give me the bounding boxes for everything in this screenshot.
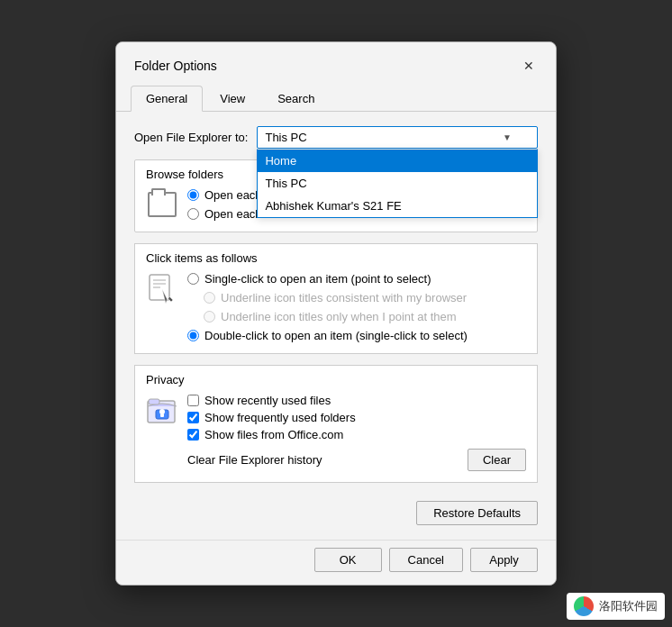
radio-single-click-label: Single-click to open an item (point to s… — [204, 272, 431, 286]
click-items-inner: Single-click to open an item (point to s… — [146, 272, 526, 342]
clear-button[interactable]: Clear — [468, 449, 526, 471]
checkbox-recently-used-label: Show recently used files — [204, 394, 331, 407]
checkbox-recently-used[interactable]: Show recently used files — [187, 394, 526, 407]
dropdown-popup: Home This PC Abhishek Kumar's S21 FE — [257, 149, 538, 218]
watermark: 洛阳软件园 — [567, 593, 665, 620]
close-button[interactable]: ✕ — [516, 53, 541, 78]
svg-rect-9 — [160, 413, 164, 417]
checkbox-frequently-used-input[interactable] — [187, 412, 199, 423]
checkbox-office-files-input[interactable] — [187, 429, 199, 441]
dropdown-item-home[interactable]: Home — [258, 150, 537, 172]
tab-search[interactable]: Search — [262, 86, 330, 112]
click-items-section: Click items as follows Single-click to o… — [134, 243, 538, 354]
click-items-label: Click items as follows — [146, 251, 526, 265]
radio-single-click-input[interactable] — [187, 273, 199, 285]
open-explorer-select-container: This PC ▼ Home This PC Abhishek Kumar's … — [257, 126, 538, 149]
dropdown-current-value: This PC — [265, 131, 503, 144]
radio-underline-point-label: Underline icon titles only when I point … — [221, 310, 457, 323]
svg-rect-6 — [149, 399, 159, 404]
checkbox-recently-used-input[interactable] — [187, 395, 199, 406]
chevron-down-icon: ▼ — [503, 132, 512, 142]
open-explorer-dropdown[interactable]: This PC ▼ — [257, 126, 538, 149]
tab-general[interactable]: General — [131, 86, 203, 112]
radio-open-own-input[interactable] — [187, 208, 199, 220]
open-explorer-row: Open File Explorer to: This PC ▼ Home Th… — [134, 126, 538, 149]
watermark-text: 洛阳软件园 — [599, 598, 658, 614]
ok-button[interactable]: OK — [314, 548, 382, 572]
radio-double-click-label: Double-click to open an item (single-cli… — [204, 329, 468, 342]
apply-button[interactable]: Apply — [470, 548, 538, 572]
title-bar: Folder Options ✕ — [116, 42, 556, 86]
dialog-buttons: OK Cancel Apply — [116, 540, 556, 585]
folder-options-dialog: Folder Options ✕ General View Search Ope… — [115, 41, 557, 586]
radio-double-click-input[interactable] — [187, 330, 199, 341]
checkbox-office-files[interactable]: Show files from Office.com — [187, 428, 526, 441]
radio-open-same-input[interactable] — [187, 189, 199, 201]
dialog-title: Folder Options — [134, 59, 217, 73]
browse-folders-icon — [146, 188, 178, 221]
restore-defaults-row: Restore Defaults — [134, 494, 538, 529]
privacy-icon — [146, 394, 178, 430]
folder-icon — [148, 192, 177, 217]
radio-underline-point-input — [204, 311, 215, 323]
radio-underline-browser[interactable]: Underline icon titles consistent with my… — [187, 291, 468, 304]
checkbox-frequently-used[interactable]: Show frequently used folders — [187, 411, 526, 424]
privacy-section: Privacy Show recently used fil — [134, 365, 538, 483]
privacy-label: Privacy — [146, 373, 526, 386]
tab-bar: General View Search — [116, 86, 556, 112]
radio-double-click[interactable]: Double-click to open an item (single-cli… — [187, 329, 468, 342]
cancel-button[interactable]: Cancel — [389, 548, 463, 572]
privacy-folder-icon — [147, 394, 177, 430]
checkbox-office-files-label: Show files from Office.com — [204, 428, 343, 441]
cursor-icon — [148, 273, 177, 307]
radio-underline-browser-label: Underline icon titles consistent with my… — [221, 291, 467, 304]
watermark-icon — [574, 596, 594, 616]
checkbox-frequently-used-label: Show frequently used folders — [204, 411, 356, 424]
open-explorer-label: Open File Explorer to: — [134, 131, 248, 144]
click-items-icon — [146, 272, 178, 308]
dropdown-item-thispc[interactable]: This PC — [258, 172, 537, 195]
dropdown-item-custom[interactable]: Abhishek Kumar's S21 FE — [258, 195, 537, 217]
radio-underline-browser-input — [204, 292, 215, 304]
privacy-controls: Show recently used files Show frequently… — [187, 394, 526, 471]
privacy-inner: Show recently used files Show frequently… — [146, 394, 526, 471]
tab-view[interactable]: View — [204, 86, 260, 112]
restore-defaults-button[interactable]: Restore Defaults — [416, 501, 538, 525]
radio-underline-point[interactable]: Underline icon titles only when I point … — [187, 310, 468, 323]
click-items-radios: Single-click to open an item (point to s… — [187, 272, 468, 342]
privacy-footer: Clear File Explorer history Clear — [187, 449, 526, 471]
radio-single-click[interactable]: Single-click to open an item (point to s… — [187, 272, 468, 286]
tab-content: Open File Explorer to: This PC ▼ Home Th… — [116, 112, 556, 540]
clear-history-label: Clear File Explorer history — [187, 453, 322, 467]
